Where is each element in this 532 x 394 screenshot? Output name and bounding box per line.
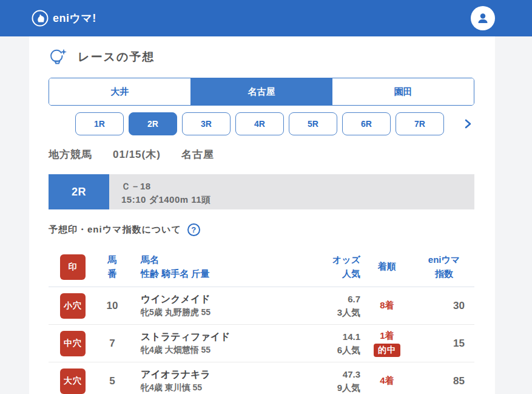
odds-value: 14.1: [294, 330, 360, 344]
header-horse-number: 馬 番: [91, 253, 133, 280]
crystal-ball-icon: [49, 47, 68, 67]
odds-cell: 6.7 3人気: [294, 293, 360, 319]
header-result: 着順: [360, 261, 414, 273]
mark-badge: 中穴: [60, 331, 86, 356]
app-header: eniウマ!: [0, 0, 532, 36]
header-mark: 印: [49, 254, 91, 280]
horse-detail: 牝4歳 大畑慧悟 55: [141, 344, 294, 356]
horse-name: アイオラナキラ: [141, 368, 294, 381]
horse-number: 7: [91, 338, 133, 350]
horse-name-cell: ストラティファイド 牝4歳 大畑慧悟 55: [133, 330, 294, 356]
hit-badge: 的中: [374, 344, 400, 357]
header-odds: オッズ 人気: [294, 253, 360, 280]
horse-icon: [32, 10, 49, 27]
header-horse-name: 馬名 性齢 騎手名 斤量: [133, 253, 294, 280]
index-value: 85: [414, 375, 474, 387]
race-tab-2r[interactable]: 2R: [129, 112, 177, 135]
race-class: Ｃ－18: [121, 180, 474, 193]
race-meta: 地方競馬 01/15(木) 名古屋: [49, 148, 474, 161]
horse-name: ストラティファイド: [141, 330, 294, 344]
mark-header-badge: 印: [60, 254, 86, 280]
race-selector: 1R 2R 3R 4R 5R 6R 7R: [49, 112, 474, 136]
race-tab-1r[interactable]: 1R: [75, 112, 124, 135]
table-row[interactable]: 小穴 10 ウインクメイド 牝5歳 丸野勝虎 55 6.7 3人気 8着 30: [49, 287, 474, 325]
result-text: 8着: [360, 300, 414, 311]
horse-name: ウインクメイド: [141, 293, 294, 306]
race-tab-5r[interactable]: 5R: [289, 112, 337, 135]
about-row: 予想印・eniウマ指数について ?: [49, 223, 474, 236]
race-tabs-next-button[interactable]: [461, 117, 474, 131]
odds-cell: 47.3 9人気: [294, 368, 360, 394]
prediction-table: 印 馬 番 馬名 性齢 騎手名 斤量 オッズ 人気 着順 eniウマ 指数 小穴: [49, 250, 474, 394]
horse-number: 10: [91, 300, 133, 312]
horse-number: 5: [91, 375, 133, 387]
person-icon: [475, 10, 491, 26]
race-meta-venue: 名古屋: [181, 148, 214, 161]
mark-badge: 小穴: [60, 293, 86, 319]
horse-name-cell: アイオラナキラ 牝4歳 東川慎 55: [133, 368, 294, 394]
main-content: レースの予想 大井 名古屋 園田 1R 2R 3R 4R 5R 6R 7R 地方…: [29, 36, 495, 394]
race-tab-3r[interactable]: 3R: [182, 112, 231, 135]
venue-tabs: 大井 名古屋 園田: [49, 78, 474, 106]
table-row[interactable]: 大穴 5 アイオラナキラ 牝4歳 東川慎 55 47.3 9人気 4着 85: [49, 362, 474, 394]
help-icon[interactable]: ?: [187, 223, 200, 236]
venue-tab-ooi[interactable]: 大井: [49, 78, 190, 105]
horse-name-cell: ウインクメイド 牝5歳 丸野勝虎 55: [133, 293, 294, 319]
brand-logo[interactable]: eniウマ!: [32, 10, 96, 27]
about-label: 予想印・eniウマ指数について: [49, 224, 181, 236]
race-tab-7r[interactable]: 7R: [396, 112, 444, 135]
venue-tab-nagoya[interactable]: 名古屋: [190, 78, 332, 105]
header-index: eniウマ 指数: [414, 253, 474, 280]
mark-badge: 大穴: [60, 369, 86, 394]
avatar-button[interactable]: [471, 6, 495, 30]
race-meta-date: 01/15(木): [113, 148, 161, 161]
odds-value: 6.7: [294, 293, 360, 306]
race-banner-info: Ｃ－18 15:10 ダ1400m 11頭: [109, 174, 474, 209]
table-header-row: 印 馬 番 馬名 性齢 騎手名 斤量 オッズ 人気 着順 eniウマ 指数: [49, 250, 474, 287]
race-banner-number: 2R: [49, 174, 109, 209]
popularity: 9人気: [294, 381, 360, 394]
page-title-row: レースの予想: [49, 46, 474, 68]
result-cell: 4着: [360, 375, 414, 387]
index-value: 15: [414, 338, 474, 350]
brand-name: eniウマ!: [53, 11, 96, 25]
page-title: レースの予想: [78, 49, 155, 65]
race-banner: 2R Ｃ－18 15:10 ダ1400m 11頭: [49, 174, 474, 209]
result-cell: 8着: [360, 300, 414, 311]
table-row[interactable]: 中穴 7 ストラティファイド 牝4歳 大畑慧悟 55 14.1 6人気 1着 的…: [49, 325, 474, 362]
race-details: 15:10 ダ1400m 11頭: [121, 193, 474, 206]
horse-detail: 牝4歳 東川慎 55: [141, 381, 294, 394]
horse-detail: 牝5歳 丸野勝虎 55: [141, 306, 294, 319]
race-tab-6r[interactable]: 6R: [342, 112, 391, 135]
race-meta-category: 地方競馬: [49, 148, 92, 161]
chevron-right-icon: [463, 119, 472, 129]
odds-cell: 14.1 6人気: [294, 330, 360, 357]
result-text: 4着: [360, 375, 414, 387]
race-tab-4r[interactable]: 4R: [235, 112, 284, 135]
popularity: 3人気: [294, 306, 360, 319]
index-value: 30: [414, 300, 474, 312]
popularity: 6人気: [294, 344, 360, 357]
result-cell: 1着 的中: [360, 330, 414, 357]
result-text: 1着: [360, 330, 414, 342]
odds-value: 47.3: [294, 368, 360, 381]
venue-tab-sonoda[interactable]: 園田: [332, 78, 474, 105]
